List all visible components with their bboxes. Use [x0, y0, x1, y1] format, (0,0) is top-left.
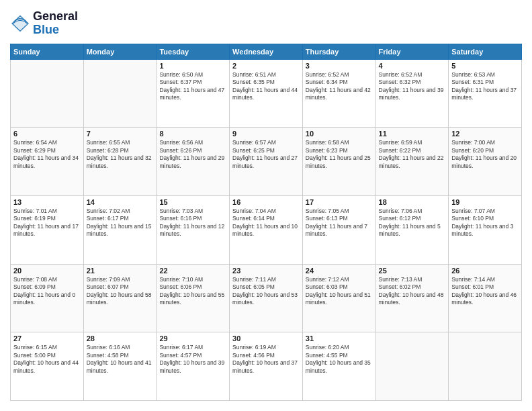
cell-info: Sunrise: 7:07 AM Sunset: 6:10 PM Dayligh…	[451, 208, 519, 238]
cell-info: Sunrise: 7:13 AM Sunset: 6:02 PM Dayligh…	[379, 276, 446, 307]
day-number: 2	[232, 62, 300, 70]
cell-info: Sunrise: 6:17 AM Sunset: 4:57 PM Dayligh…	[159, 344, 226, 375]
logo-text: General Blue	[33, 10, 78, 37]
calendar-cell: 9Sunrise: 6:57 AM Sunset: 6:25 PM Daylig…	[230, 128, 303, 196]
calendar-cell: 13Sunrise: 7:01 AM Sunset: 6:19 PM Dayli…	[11, 195, 84, 264]
logo: General Blue	[10, 10, 78, 37]
day-number: 16	[232, 198, 300, 206]
calendar-cell: 10Sunrise: 6:58 AM Sunset: 6:23 PM Dayli…	[302, 128, 375, 196]
calendar-week-row: 1Sunrise: 6:50 AM Sunset: 6:37 PM Daylig…	[11, 59, 522, 128]
calendar-cell: 4Sunrise: 6:52 AM Sunset: 6:32 PM Daylig…	[375, 59, 449, 128]
calendar-page: General Blue SundayMondayTuesdayWednesda…	[0, 0, 532, 411]
day-number: 18	[379, 198, 446, 206]
cell-info: Sunrise: 6:50 AM Sunset: 6:37 PM Dayligh…	[159, 71, 226, 102]
day-number: 8	[159, 130, 226, 138]
cell-info: Sunrise: 6:19 AM Sunset: 4:56 PM Dayligh…	[232, 344, 300, 375]
day-number: 24	[306, 267, 373, 275]
weekday-header-saturday: Saturday	[449, 44, 522, 59]
calendar-cell	[449, 332, 522, 401]
calendar-table: SundayMondayTuesdayWednesdayThursdayFrid…	[10, 44, 522, 401]
day-number: 31	[306, 334, 373, 342]
cell-info: Sunrise: 6:56 AM Sunset: 6:26 PM Dayligh…	[159, 139, 226, 170]
calendar-week-row: 20Sunrise: 7:08 AM Sunset: 6:09 PM Dayli…	[11, 264, 522, 332]
day-number: 30	[232, 334, 300, 342]
calendar-cell: 28Sunrise: 6:16 AM Sunset: 4:58 PM Dayli…	[83, 332, 157, 401]
cell-info: Sunrise: 7:06 AM Sunset: 6:12 PM Dayligh…	[379, 208, 446, 238]
calendar-week-row: 13Sunrise: 7:01 AM Sunset: 6:19 PM Dayli…	[11, 195, 522, 264]
calendar-cell: 23Sunrise: 7:11 AM Sunset: 6:05 PM Dayli…	[230, 264, 303, 332]
calendar-cell: 3Sunrise: 6:52 AM Sunset: 6:34 PM Daylig…	[302, 59, 375, 128]
weekday-header-thursday: Thursday	[302, 44, 375, 59]
day-number: 15	[159, 198, 226, 206]
cell-info: Sunrise: 7:03 AM Sunset: 6:16 PM Dayligh…	[159, 208, 226, 238]
cell-info: Sunrise: 6:58 AM Sunset: 6:23 PM Dayligh…	[306, 139, 373, 170]
svg-marker-0	[11, 14, 30, 32]
cell-info: Sunrise: 7:08 AM Sunset: 6:09 PM Dayligh…	[13, 276, 81, 307]
calendar-cell: 2Sunrise: 6:51 AM Sunset: 6:35 PM Daylig…	[230, 59, 303, 128]
calendar-cell: 1Sunrise: 6:50 AM Sunset: 6:37 PM Daylig…	[157, 59, 230, 128]
day-number: 23	[232, 267, 300, 275]
calendar-cell	[375, 332, 449, 401]
calendar-cell: 12Sunrise: 7:00 AM Sunset: 6:20 PM Dayli…	[449, 128, 522, 196]
cell-info: Sunrise: 6:52 AM Sunset: 6:32 PM Dayligh…	[379, 71, 446, 102]
calendar-cell: 7Sunrise: 6:55 AM Sunset: 6:28 PM Daylig…	[83, 128, 157, 196]
day-number: 26	[451, 267, 519, 275]
cell-info: Sunrise: 7:05 AM Sunset: 6:13 PM Dayligh…	[306, 208, 373, 238]
cell-info: Sunrise: 7:14 AM Sunset: 6:01 PM Dayligh…	[451, 276, 519, 307]
day-number: 6	[13, 130, 81, 138]
cell-info: Sunrise: 7:10 AM Sunset: 6:06 PM Dayligh…	[159, 276, 226, 307]
cell-info: Sunrise: 6:57 AM Sunset: 6:25 PM Dayligh…	[232, 139, 300, 170]
calendar-cell: 16Sunrise: 7:04 AM Sunset: 6:14 PM Dayli…	[230, 195, 303, 264]
day-number: 20	[13, 267, 81, 275]
calendar-cell: 11Sunrise: 6:59 AM Sunset: 6:22 PM Dayli…	[375, 128, 449, 196]
cell-info: Sunrise: 6:16 AM Sunset: 4:58 PM Dayligh…	[87, 344, 154, 375]
calendar-cell: 6Sunrise: 6:54 AM Sunset: 6:29 PM Daylig…	[11, 128, 84, 196]
calendar-cell: 25Sunrise: 7:13 AM Sunset: 6:02 PM Dayli…	[375, 264, 449, 332]
day-number: 19	[451, 198, 519, 206]
day-number: 21	[87, 267, 154, 275]
day-number: 11	[379, 130, 446, 138]
page-header: General Blue	[10, 10, 522, 37]
day-number: 10	[306, 130, 373, 138]
cell-info: Sunrise: 6:54 AM Sunset: 6:29 PM Dayligh…	[13, 139, 81, 170]
calendar-cell	[11, 59, 84, 128]
weekday-header-sunday: Sunday	[11, 44, 84, 59]
cell-info: Sunrise: 6:51 AM Sunset: 6:35 PM Dayligh…	[232, 71, 300, 102]
calendar-cell: 17Sunrise: 7:05 AM Sunset: 6:13 PM Dayli…	[302, 195, 375, 264]
calendar-cell	[83, 59, 157, 128]
day-number: 27	[13, 334, 81, 342]
day-number: 3	[306, 62, 373, 70]
calendar-cell: 18Sunrise: 7:06 AM Sunset: 6:12 PM Dayli…	[375, 195, 449, 264]
calendar-cell: 29Sunrise: 6:17 AM Sunset: 4:57 PM Dayli…	[157, 332, 230, 401]
day-number: 9	[232, 130, 300, 138]
day-number: 28	[87, 334, 154, 342]
cell-info: Sunrise: 7:11 AM Sunset: 6:05 PM Dayligh…	[232, 276, 300, 307]
day-number: 29	[159, 334, 226, 342]
day-number: 5	[451, 62, 519, 70]
weekday-header-row: SundayMondayTuesdayWednesdayThursdayFrid…	[11, 44, 522, 59]
cell-info: Sunrise: 6:55 AM Sunset: 6:28 PM Dayligh…	[87, 139, 154, 170]
calendar-cell: 20Sunrise: 7:08 AM Sunset: 6:09 PM Dayli…	[11, 264, 84, 332]
day-number: 13	[13, 198, 81, 206]
cell-info: Sunrise: 6:59 AM Sunset: 6:22 PM Dayligh…	[379, 139, 446, 170]
calendar-cell: 31Sunrise: 6:20 AM Sunset: 4:55 PM Dayli…	[302, 332, 375, 401]
calendar-cell: 5Sunrise: 6:53 AM Sunset: 6:31 PM Daylig…	[449, 59, 522, 128]
calendar-cell: 15Sunrise: 7:03 AM Sunset: 6:16 PM Dayli…	[157, 195, 230, 264]
calendar-cell: 19Sunrise: 7:07 AM Sunset: 6:10 PM Dayli…	[449, 195, 522, 264]
day-number: 1	[159, 62, 226, 70]
calendar-cell: 30Sunrise: 6:19 AM Sunset: 4:56 PM Dayli…	[230, 332, 303, 401]
cell-info: Sunrise: 7:02 AM Sunset: 6:17 PM Dayligh…	[87, 208, 154, 238]
calendar-cell: 24Sunrise: 7:12 AM Sunset: 6:03 PM Dayli…	[302, 264, 375, 332]
cell-info: Sunrise: 6:20 AM Sunset: 4:55 PM Dayligh…	[306, 344, 373, 375]
day-number: 7	[87, 130, 154, 138]
day-number: 25	[379, 267, 446, 275]
weekday-header-monday: Monday	[83, 44, 157, 59]
calendar-cell: 21Sunrise: 7:09 AM Sunset: 6:07 PM Dayli…	[83, 264, 157, 332]
calendar-cell: 14Sunrise: 7:02 AM Sunset: 6:17 PM Dayli…	[83, 195, 157, 264]
calendar-week-row: 6Sunrise: 6:54 AM Sunset: 6:29 PM Daylig…	[11, 128, 522, 196]
cell-info: Sunrise: 6:15 AM Sunset: 5:00 PM Dayligh…	[13, 344, 81, 375]
calendar-cell: 26Sunrise: 7:14 AM Sunset: 6:01 PM Dayli…	[449, 264, 522, 332]
cell-info: Sunrise: 7:09 AM Sunset: 6:07 PM Dayligh…	[87, 276, 154, 307]
cell-info: Sunrise: 7:01 AM Sunset: 6:19 PM Dayligh…	[13, 208, 81, 238]
cell-info: Sunrise: 7:12 AM Sunset: 6:03 PM Dayligh…	[306, 276, 373, 307]
